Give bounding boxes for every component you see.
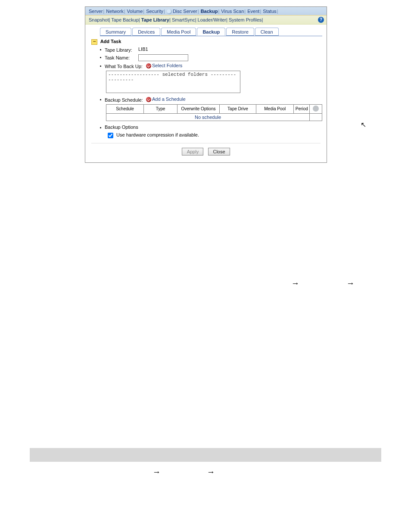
bullet-icon (100, 99, 101, 100)
backup-options-label: Backup Options (105, 124, 138, 130)
main-tab-backup[interactable]: Backup (201, 9, 218, 14)
tape-library-value: LIB1 (138, 47, 322, 52)
tab-summary[interactable]: Summary (100, 28, 131, 36)
select-folders-link[interactable]: Select Folders (152, 63, 182, 68)
main-tab-volume[interactable]: Volume (127, 9, 143, 14)
hardware-compression-label: Use hardware compression if available. (116, 132, 199, 137)
tab-devices[interactable]: Devices (132, 28, 160, 36)
main-tab-virus-scan[interactable]: Virus Scan (221, 9, 244, 14)
hardware-compression-checkbox[interactable] (108, 133, 113, 138)
task-name-input[interactable] (138, 54, 188, 61)
page-tab-bar: Summary Devices Media Pool Backup Restor… (100, 27, 322, 36)
tab-clean[interactable]: Clean (255, 28, 279, 36)
col-tape-drive: Tape Drive (219, 104, 256, 113)
disc-icon (167, 9, 172, 14)
tab-backup[interactable]: Backup (197, 28, 225, 36)
bullet-icon (100, 57, 101, 58)
bullet-icon (100, 127, 101, 128)
sub-tab-tape-library[interactable]: Tape Library (141, 17, 169, 22)
tape-library-label: Tape Library: (105, 47, 138, 53)
col-overwrite: Overwrite Options (177, 104, 219, 113)
add-schedule-icon (146, 97, 151, 102)
add-schedule-link[interactable]: Add a Schedule (152, 96, 186, 102)
bullet-icon (100, 65, 101, 67)
schedule-table: Schedule Type Overwrite Options Tape Dri… (106, 104, 322, 121)
main-tab-disc-server[interactable]: Disc Server (173, 9, 197, 14)
arrow-right-icon: → (291, 279, 299, 288)
arrow-right-icon: → (346, 279, 355, 288)
selected-folders-list[interactable]: ------------------ selected folders ----… (106, 71, 240, 93)
main-tab-event[interactable]: Event (247, 9, 259, 14)
col-period: Period (294, 104, 310, 113)
arrow-right-icon: → (153, 467, 161, 477)
col-delete (310, 104, 322, 113)
no-schedule-cell: No schedule (106, 113, 310, 121)
main-tab-bar: Server| Network| Volume| Security| Disc … (85, 7, 327, 16)
sub-tab-system-profiles[interactable]: System Profiles (229, 17, 262, 22)
expand-icon[interactable]: − (91, 39, 97, 45)
tab-media-pool[interactable]: Media Pool (161, 28, 196, 36)
col-media-pool: Media Pool (256, 104, 294, 113)
sub-tab-loader-writer[interactable]: Loader/Writer (198, 17, 226, 22)
main-tab-server[interactable]: Server (89, 9, 103, 14)
sub-tab-tape-backup[interactable]: Tape Backup (111, 17, 139, 22)
col-schedule: Schedule (106, 104, 144, 113)
table-header-row: Schedule Type Overwrite Options Tape Dri… (106, 104, 322, 113)
sub-tab-snapshot[interactable]: Snapshot (89, 17, 109, 22)
select-folders-icon (146, 63, 151, 68)
sub-tab-smartsync[interactable]: SmartSync (172, 17, 195, 22)
bullet-icon (100, 49, 101, 50)
main-tab-status[interactable]: Status (263, 9, 276, 14)
col-type: Type (144, 104, 177, 113)
task-name-label: Task Name: (105, 54, 138, 60)
section-title: Add Task (100, 39, 121, 44)
trash-icon[interactable] (313, 106, 319, 112)
backup-schedule-label: Backup Schedule: (105, 96, 146, 103)
tab-restore[interactable]: Restore (226, 28, 254, 36)
help-icon[interactable]: ? (318, 17, 324, 23)
what-to-backup-label: What To Back Up: (105, 63, 146, 69)
table-row: No schedule (106, 113, 322, 121)
cursor-icon: ↖ (361, 121, 366, 129)
sub-tab-bar: Snapshot| Tape Backup| Tape Library| Sma… (85, 16, 327, 25)
section-header: − Add Task (91, 39, 322, 45)
grey-bar (30, 448, 381, 462)
empty-cell (310, 113, 322, 121)
admin-panel: Server| Network| Volume| Security| Disc … (85, 6, 327, 163)
apply-button[interactable]: Apply (182, 148, 203, 156)
content-pane: Summary Devices Media Pool Backup Restor… (85, 25, 327, 162)
main-tab-network[interactable]: Network (106, 9, 123, 14)
arrow-right-icon: → (207, 467, 215, 477)
divider (91, 143, 321, 143)
close-button[interactable]: Close (208, 148, 230, 156)
main-tab-security[interactable]: Security (146, 9, 163, 14)
